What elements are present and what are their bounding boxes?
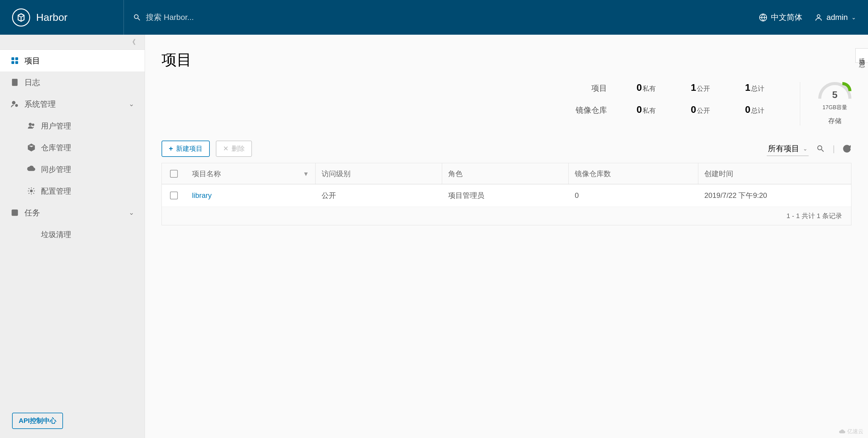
col-header-role[interactable]: 角色: [448, 169, 463, 179]
search-input[interactable]: [141, 10, 292, 25]
language-label: 中文简体: [771, 12, 802, 23]
sidebar-item-registries[interactable]: 仓库管理: [0, 137, 145, 158]
stats-row: 项目 0私有 1公开 1总计 镜像仓库 0私有 0公开 0总计 5 17GB容量…: [161, 82, 851, 125]
search-icon[interactable]: [816, 144, 825, 153]
svg-point-1: [817, 14, 820, 17]
sidebar-item-label: 配置管理: [41, 186, 71, 196]
projects-icon: [10, 56, 19, 65]
plus-icon: +: [169, 145, 173, 153]
storage-label: 存储: [818, 116, 851, 125]
table-header: 项目名称 ▾ 访问级别 角色 镜像仓库数 创建时间: [162, 163, 851, 184]
svg-point-10: [12, 101, 15, 104]
table-row: library 公开 项目管理员 0 2019/7/22 下午9:20: [162, 184, 851, 207]
sidebar-item-users[interactable]: 用户管理: [0, 115, 145, 137]
toolbar-divider: |: [833, 144, 835, 153]
chevron-down-icon: ⌄: [129, 209, 134, 216]
project-link[interactable]: library: [192, 191, 212, 200]
sidebar: 《 项目 日志 系统管理 ⌄ 用户管理 仓库管理: [0, 35, 145, 438]
close-icon: ✕: [223, 145, 228, 153]
sidebar-item-label: 任务: [24, 208, 40, 218]
users-icon: [27, 122, 36, 130]
cloud-icon: [839, 428, 845, 435]
username-label: admin: [827, 13, 848, 22]
stat-repo-private: 0: [637, 104, 642, 115]
svg-rect-3: [16, 58, 18, 60]
gear-icon: [27, 187, 36, 195]
sidebar-item-system[interactable]: 系统管理 ⌄: [0, 93, 145, 115]
delete-button[interactable]: ✕ 删除: [216, 141, 252, 157]
sidebar-item-logs[interactable]: 日志: [0, 71, 145, 93]
cell-role: 项目管理员: [448, 191, 484, 200]
new-project-button[interactable]: + 新建项目: [161, 141, 210, 157]
svg-point-13: [32, 124, 34, 126]
page-title: 项目: [161, 50, 851, 70]
storage-value: 5: [818, 89, 851, 100]
harbor-logo-icon: [12, 8, 30, 27]
stats-label-repos: 镜像仓库: [576, 105, 619, 116]
filter-icon[interactable]: ▾: [304, 170, 308, 178]
search-container: [124, 0, 759, 35]
chevron-down-icon: ⌄: [851, 14, 856, 21]
sidebar-item-label: 用户管理: [41, 121, 71, 131]
search-icon: [133, 13, 141, 22]
project-filter-select[interactable]: 所有项目 ⌄: [767, 142, 809, 156]
col-header-repos[interactable]: 镜像仓库数: [575, 169, 611, 179]
svg-rect-4: [12, 61, 14, 64]
app-header: Harbor 中文简体 admin ⌄: [0, 0, 868, 35]
tasks-icon: [10, 208, 19, 217]
sidebar-item-gc[interactable]: 垃圾清理: [0, 224, 145, 245]
pagination-text: 1 - 1 共计 1 条记录: [786, 211, 842, 221]
language-selector[interactable]: 中文简体: [759, 12, 802, 23]
col-header-access[interactable]: 访问级别: [321, 169, 350, 179]
sidebar-item-tasks[interactable]: 任务 ⌄: [0, 202, 145, 224]
logo-section[interactable]: Harbor: [12, 8, 124, 27]
sidebar-item-label: 日志: [24, 77, 40, 88]
stat-proj-public: 1: [691, 82, 696, 93]
select-all-checkbox[interactable]: [170, 170, 178, 178]
sidebar-item-label: 同步管理: [41, 165, 71, 174]
sidebar-item-label: 仓库管理: [41, 143, 71, 153]
watermark: 亿速云: [839, 428, 864, 435]
sidebar-collapse-button[interactable]: 《: [0, 35, 145, 50]
storage-gauge: 5: [818, 82, 851, 100]
system-icon: [10, 100, 19, 108]
col-header-created[interactable]: 创建时间: [704, 169, 733, 179]
user-icon: [814, 13, 823, 22]
activity-log-tab[interactable]: 活动日志: [855, 48, 868, 63]
sidebar-item-replication[interactable]: 同步管理: [0, 158, 145, 180]
main-content: 项目 项目 0私有 1公开 1总计 镜像仓库 0私有 0公开 0总计 5 17G…: [145, 35, 868, 438]
sidebar-item-projects[interactable]: 项目: [0, 50, 145, 71]
storage-card: 5 17GB容量 存储: [800, 82, 851, 125]
api-control-button[interactable]: API控制中心: [12, 413, 63, 429]
stat-repo-public: 0: [691, 104, 696, 115]
stat-repo-total: 0: [745, 104, 750, 115]
stat-proj-total: 1: [745, 82, 750, 93]
logs-icon: [10, 78, 19, 87]
svg-rect-2: [12, 58, 14, 60]
stats-label-projects: 项目: [576, 83, 619, 93]
sidebar-item-label: 垃圾清理: [41, 230, 71, 239]
stats-table: 项目 0私有 1公开 1总计 镜像仓库 0私有 0公开 0总计: [576, 82, 782, 116]
table-toolbar: + 新建项目 ✕ 删除 所有项目 ⌄ |: [161, 141, 851, 157]
table-footer: 1 - 1 共计 1 条记录: [162, 207, 851, 225]
cell-created: 2019/7/22 下午9:20: [704, 191, 767, 200]
collapse-icon: 《: [129, 38, 135, 47]
registry-icon: [27, 143, 36, 152]
sidebar-item-config[interactable]: 配置管理: [0, 180, 145, 202]
svg-point-12: [29, 123, 31, 125]
cell-repos: 0: [575, 191, 579, 200]
refresh-icon[interactable]: [842, 144, 851, 153]
svg-point-14: [30, 190, 33, 192]
globe-icon: [759, 13, 767, 22]
col-header-name[interactable]: 项目名称: [192, 169, 221, 179]
svg-rect-5: [16, 61, 18, 64]
projects-table: 项目名称 ▾ 访问级别 角色 镜像仓库数 创建时间 library 公开 项目管…: [161, 163, 851, 225]
user-menu[interactable]: admin ⌄: [814, 13, 856, 22]
row-checkbox[interactable]: [170, 192, 178, 199]
sidebar-item-label: 项目: [24, 56, 40, 66]
app-name: Harbor: [36, 11, 67, 23]
replication-icon: [27, 165, 36, 173]
storage-capacity: 17GB容量: [818, 104, 851, 111]
chevron-down-icon: ⌄: [129, 100, 134, 108]
sidebar-item-label: 系统管理: [24, 99, 56, 110]
